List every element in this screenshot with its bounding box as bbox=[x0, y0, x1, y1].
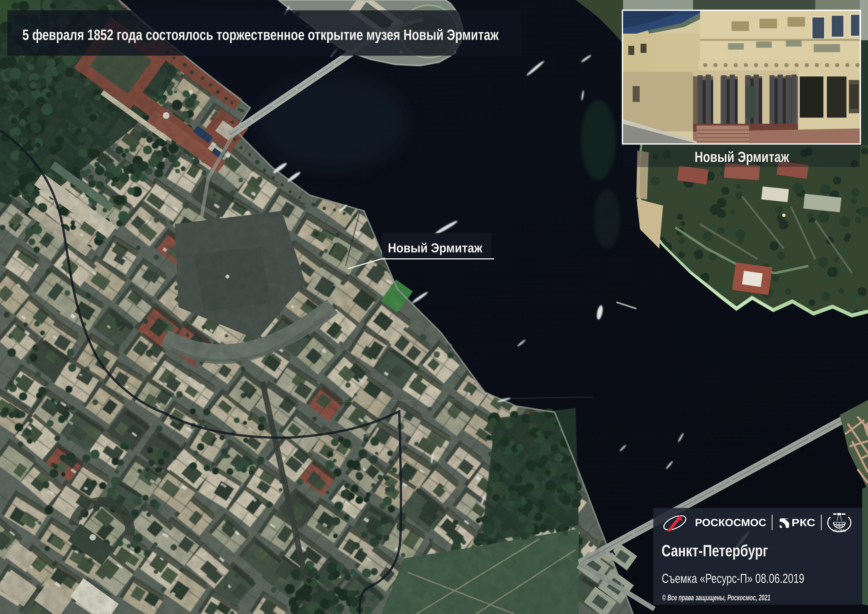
svg-text:РКС: РКС bbox=[792, 517, 815, 529]
svg-text:Санкт-Петербург: Санкт-Петербург bbox=[662, 542, 768, 560]
svg-text:НЦ ОМЗ: НЦ ОМЗ bbox=[833, 529, 846, 532]
svg-text:РОСКОСМОС: РОСКОСМОС bbox=[695, 517, 766, 529]
svg-text:Новый Эрмитаж: Новый Эрмитаж bbox=[388, 241, 482, 255]
svg-text:© Все права защищены, Роскосмо: © Все права защищены, Роскосмос, 2021 bbox=[662, 593, 770, 602]
svg-text:5 февраля 1852 года состоялось: 5 февраля 1852 года состоялось торжестве… bbox=[22, 26, 499, 43]
svg-text:Съемка «Ресурс-П» 08.06.2019: Съемка «Ресурс-П» 08.06.2019 bbox=[662, 571, 804, 586]
svg-text:Новый Эрмитаж: Новый Эрмитаж bbox=[694, 149, 789, 165]
